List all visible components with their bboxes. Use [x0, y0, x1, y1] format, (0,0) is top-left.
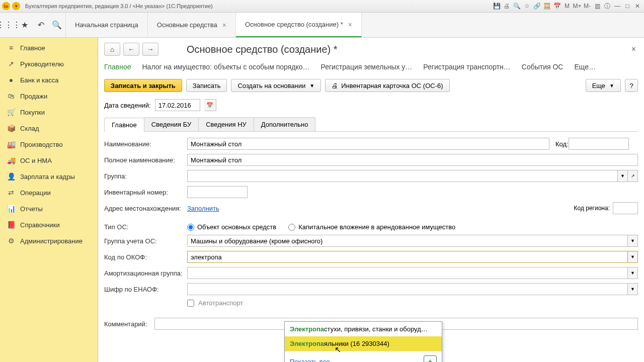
- sidebar-item-sales[interactable]: 🛍Продажи: [0, 88, 98, 104]
- sidebar-item-main[interactable]: ≡Главное: [0, 40, 98, 56]
- info-icon[interactable]: ⓘ: [603, 2, 612, 11]
- sidebar-item-purchases[interactable]: 🛒Покупки: [0, 104, 98, 120]
- close-icon[interactable]: ×: [222, 21, 226, 29]
- tab-nu[interactable]: Сведения НУ: [198, 117, 254, 131]
- subnav-more[interactable]: Еще…: [574, 63, 596, 71]
- sidebar-item-manager[interactable]: ↗Руководителю: [0, 56, 98, 72]
- subnav-transport[interactable]: Регистрация транспортн…: [423, 63, 510, 71]
- calc-icon[interactable]: 🧮: [542, 2, 551, 11]
- history-icon[interactable]: ↶: [36, 21, 45, 30]
- fill-address-link[interactable]: Заполнить: [187, 205, 219, 212]
- amort-input[interactable]: [187, 267, 628, 279]
- back-button[interactable]: ←: [123, 43, 139, 56]
- preview-icon[interactable]: 🔍: [512, 2, 521, 11]
- region-input[interactable]: [613, 202, 638, 214]
- auto-checkbox[interactable]: Автотранспорт: [187, 299, 243, 307]
- apps-icon[interactable]: ⋮⋮⋮: [4, 21, 13, 30]
- favorite-icon[interactable]: ☆: [522, 2, 531, 11]
- link-icon[interactable]: 🔗: [532, 2, 541, 11]
- sidebar-item-production[interactable]: 🏭Производство: [0, 136, 98, 152]
- add-button[interactable]: +: [424, 355, 437, 362]
- forward-button[interactable]: →: [142, 43, 158, 56]
- panels-icon[interactable]: ▥: [593, 2, 602, 11]
- dropdown-item[interactable]: Электропастухи, привязи, станки и оборуд…: [285, 322, 442, 336]
- subnav-main[interactable]: Главное: [104, 63, 131, 71]
- content: ⌂ ← → Основное средство (создание) * × Г…: [98, 38, 644, 362]
- acct-group-input[interactable]: [187, 235, 628, 247]
- calendar-button[interactable]: 📅: [204, 99, 216, 111]
- region-label: Код региона:: [574, 205, 610, 212]
- type-label: Тип ОС:: [104, 223, 187, 231]
- subnav-tax[interactable]: Налог на имущество: объекты с особым пор…: [142, 63, 310, 71]
- show-all-link[interactable]: Показать все: [290, 358, 330, 363]
- dropdown-button[interactable]: ▼: [618, 170, 628, 182]
- enaof-input[interactable]: [187, 283, 628, 295]
- maximize-icon[interactable]: □: [623, 2, 632, 11]
- more-button[interactable]: Еще▼: [586, 79, 621, 92]
- sidebar-item-admin[interactable]: ⚙Администрирование: [0, 233, 98, 249]
- tab-bu[interactable]: Сведения БУ: [144, 117, 199, 131]
- dropdown-item[interactable]: Электропаяльники (16 2930344): [285, 336, 442, 351]
- book-icon: 📕: [7, 221, 15, 229]
- coin-icon: ●: [7, 76, 15, 84]
- tab-main[interactable]: Главное: [104, 118, 144, 132]
- sidebar-item-references[interactable]: 📕Справочники: [0, 217, 98, 233]
- sidebar-item-warehouse[interactable]: 📦Склад: [0, 120, 98, 136]
- save-button[interactable]: Записать: [186, 79, 227, 92]
- date-label: Дата сведений:: [104, 102, 151, 109]
- sidebar-item-reports[interactable]: 📊Отчеты: [0, 201, 98, 217]
- close-page-button[interactable]: ×: [629, 45, 638, 54]
- sidebar-item-salary[interactable]: 👤Зарплата и кадры: [0, 168, 98, 185]
- subnav-events[interactable]: События ОС: [522, 63, 564, 71]
- titlebar: 1c ▾ Бухгалтерия предприятия, редакция 3…: [0, 0, 644, 13]
- star-icon[interactable]: ★: [20, 21, 29, 30]
- page-title: Основное средство (создание) *: [187, 44, 338, 55]
- mplus-icon[interactable]: M+: [573, 2, 582, 11]
- swap-icon: ⇄: [7, 189, 15, 197]
- code-input[interactable]: [569, 138, 629, 150]
- subnav-land[interactable]: Регистрация земельных у…: [320, 63, 412, 71]
- inventory-card-button[interactable]: 🖨Инвентарная карточка ОС (ОС-6): [325, 79, 449, 92]
- truck-icon: 🚚: [7, 156, 15, 164]
- okof-input[interactable]: [187, 251, 628, 263]
- type-radio-object[interactable]: Объект основных средств: [187, 223, 276, 231]
- calendar-icon[interactable]: 📅: [552, 2, 561, 11]
- sidebar-item-bank[interactable]: ●Банк и касса: [0, 72, 98, 88]
- sidebar: ≡Главное ↗Руководителю ●Банк и касса 🛍Пр…: [0, 38, 98, 362]
- search-icon[interactable]: 🔍: [52, 21, 61, 30]
- create-based-button[interactable]: Создать на основании▼: [231, 79, 321, 92]
- dropdown-button[interactable]: ▼: [628, 283, 638, 295]
- tab-fixed-assets[interactable]: Основные средства×: [148, 13, 236, 37]
- type-radio-capital[interactable]: Капитальное вложение в арендованное имущ…: [288, 223, 455, 231]
- app-menu-icon[interactable]: ▾: [12, 2, 20, 10]
- help-button[interactable]: ?: [625, 79, 638, 92]
- save-close-button[interactable]: Записать и закрыть: [104, 79, 182, 92]
- dropdown-button[interactable]: ▼: [628, 235, 638, 247]
- tab-create-asset[interactable]: Основное средство (создание) *×: [236, 13, 362, 37]
- sidebar-item-os-nma[interactable]: 🚚ОС и НМА: [0, 152, 98, 168]
- sidebar-item-operations[interactable]: ⇄Операции: [0, 185, 98, 201]
- minimize-icon[interactable]: —: [613, 2, 622, 11]
- m-icon[interactable]: M: [562, 2, 572, 11]
- group-input[interactable]: [187, 170, 618, 182]
- dropdown-button[interactable]: ▼: [628, 267, 638, 279]
- save-icon[interactable]: 💾: [492, 2, 501, 11]
- print-icon[interactable]: 🖨: [502, 2, 511, 11]
- name-input[interactable]: [187, 138, 549, 150]
- tab-extra[interactable]: Дополнительно: [254, 117, 316, 131]
- fullname-input[interactable]: [187, 154, 638, 166]
- home-button[interactable]: ⌂: [104, 43, 120, 56]
- dropdown-button[interactable]: ▼: [628, 251, 638, 263]
- main-tabs: ⋮⋮⋮ ★ ↶ 🔍 Начальная страница Основные ср…: [0, 13, 644, 38]
- mminus-icon[interactable]: M-: [583, 2, 592, 11]
- invnum-input[interactable]: [187, 186, 248, 198]
- close-window-icon[interactable]: ✕: [633, 2, 642, 11]
- bag-icon: 🛍: [7, 92, 15, 100]
- chart-icon: ↗: [7, 60, 15, 68]
- acct-group-label: Группа учета ОС:: [104, 237, 187, 245]
- comment-label: Комментарий:: [104, 320, 154, 328]
- tab-home[interactable]: Начальная страница: [66, 13, 148, 37]
- close-icon[interactable]: ×: [348, 21, 352, 29]
- open-button[interactable]: ↗: [628, 170, 638, 182]
- date-input[interactable]: [155, 99, 200, 111]
